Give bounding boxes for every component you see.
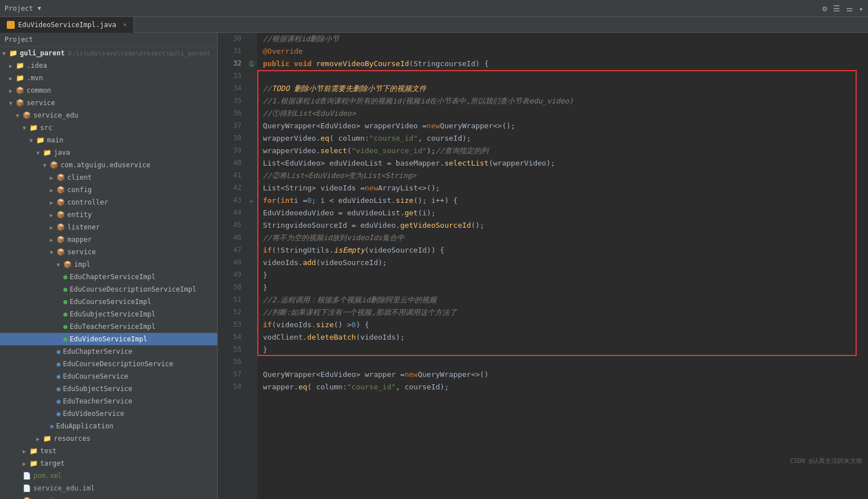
code-line-54: vodClient. deleteBatch (videoIds); [263, 331, 868, 344]
line-num: 35 [220, 95, 241, 107]
editor[interactable]: 30 31 32 33 34 35 36 37 38 39 40 41 42 4… [218, 33, 868, 499]
tree-item[interactable]: 📄 pom.xml [0, 470, 217, 482]
line-num: 42 [220, 182, 241, 194]
tree-item[interactable]: ● EduSubjectServiceImpl [0, 308, 217, 320]
tree-label: guli_parent [20, 49, 64, 57]
line-num: 56 [220, 356, 241, 368]
gutter-item [246, 83, 257, 95]
tree-item[interactable]: ▼ 📦 com.atguigu.eduservice [0, 159, 217, 171]
gutter-item [246, 244, 257, 257]
line-num: 55 [220, 344, 241, 356]
tree-label: client [67, 173, 92, 181]
tree-label: mapper [67, 236, 92, 244]
tree-item[interactable]: ◉ EduChapterService [0, 345, 217, 358]
tree-item[interactable]: ▶ 📦 listener [0, 221, 217, 233]
line-num: 30 [220, 33, 241, 45]
gutter-item [246, 107, 257, 120]
project-label[interactable]: Project [5, 5, 33, 12]
tree-item[interactable]: ● EduTeacherServiceImpl [0, 320, 217, 333]
code-line-45: String videoSourceId = eduVideo. getVide… [263, 219, 868, 232]
code-line-36: //①得到List<EduVideo> [263, 107, 868, 120]
gutter-item [246, 281, 257, 294]
tree-item[interactable]: ▶ 📦 controller [0, 196, 217, 209]
tab-label: EduVideoServiceImpl.java [18, 21, 116, 29]
tab-eduvideo[interactable]: EduVideoServiceImpl.java ✕ [0, 17, 134, 33]
title-bar-left: Project ▼ [5, 5, 41, 12]
gutter-item [246, 257, 257, 269]
tree-item[interactable]: ◉ EduCourseService [0, 370, 217, 383]
line-num: 57 [220, 368, 241, 381]
tree-label: resources [54, 435, 90, 442]
main-area: Project ▼ 📁 guli_parent D:\study\java\co… [0, 33, 868, 499]
line-num: 37 [220, 120, 241, 132]
tree-item[interactable]: ▼ 📁 src [0, 122, 217, 134]
tree-item[interactable]: ◆ EduApplication [0, 420, 217, 432]
code-line-39: wrapperVideo. select ( "video_source_id"… [263, 145, 868, 157]
tree-item[interactable]: ● EduChapterServiceImpl [0, 271, 217, 283]
line-num: 43 [220, 194, 241, 207]
tree-item[interactable]: ▶ 📁 resources [0, 432, 217, 445]
code-line-49: } [263, 269, 868, 281]
tree-label: common [27, 86, 51, 94]
title-bar: Project ▼ ⚙ ☰ ⚌ ✦ [0, 0, 868, 17]
gutter-item [246, 170, 257, 182]
tree-label: service_edu [33, 111, 78, 119]
line-numbers: 30 31 32 33 34 35 36 37 38 39 40 41 42 4… [218, 33, 246, 499]
gutter-item [246, 95, 257, 107]
tree-item[interactable]: ◉ EduCourseDescriptionService [0, 358, 217, 370]
tree-label: com.atguigu.eduservice [61, 161, 150, 169]
tree-label: .mvn [27, 74, 43, 82]
tree-item[interactable]: ▼ 📁 guli_parent D:\study\java\code\proje… [0, 47, 217, 59]
tree-item[interactable]: ▶ 📦 mapper [0, 233, 217, 246]
sidebar: Project ▼ 📁 guli_parent D:\study\java\co… [0, 33, 218, 499]
tree-item[interactable]: ◉ EduSubjectService [0, 383, 217, 395]
tree-item[interactable]: ▶ 📦 service_oss [0, 494, 217, 499]
tree-item[interactable]: ◉ EduTeacherService [0, 395, 217, 407]
tree-item[interactable]: ▼ 📦 service_edu [0, 109, 217, 122]
gutter-item [246, 132, 257, 145]
tree-item[interactable]: ▶ 📦 client [0, 171, 217, 184]
close-icon[interactable]: ✕ [123, 21, 127, 28]
tree-label: EduTeacherService [63, 397, 132, 405]
code-line-56 [263, 356, 868, 368]
code-line-55: } [263, 344, 868, 356]
tree-item[interactable]: ● EduCourseDescriptionServiceImpl [0, 283, 217, 296]
tree-item[interactable]: ▼ 📦 impl [0, 258, 217, 271]
split-icon[interactable]: ⚌ [846, 4, 853, 13]
tree-label: EduChapterService [63, 348, 132, 355]
tree-label: EduSubjectService [63, 385, 132, 393]
tree-item[interactable]: ▶ 📦 entity [0, 209, 217, 221]
tree-item[interactable]: ▶ 📦 common [0, 84, 217, 97]
gear-icon[interactable]: ✦ [859, 4, 863, 13]
tree-item[interactable]: ▼ 📁 java [0, 146, 217, 159]
tree-item[interactable]: ▶ 📁 target [0, 457, 217, 470]
code-line-41: //②将List<EduVideo>变为List<String> [263, 170, 868, 182]
sidebar-header: Project [0, 33, 217, 47]
line-num: 40 [220, 157, 241, 170]
settings-icon[interactable]: ⚙ [822, 4, 827, 13]
list-icon[interactable]: ☰ [833, 4, 840, 13]
watermark: CSDN @认真生活的灰太狼 [790, 457, 862, 465]
code-line-42: List < String > videoIds = new ArrayList… [263, 182, 868, 194]
tree-item[interactable]: ▼ 📦 service [0, 246, 217, 258]
tree-item-selected[interactable]: ● EduVideoServiceImpl [0, 333, 217, 345]
tree-item[interactable]: ● EduCourseServiceImpl [0, 296, 217, 308]
tree-label: EduApplication [56, 422, 113, 430]
line-num: 50 [220, 281, 241, 294]
tree-item[interactable]: ▶ 📁 .idea [0, 59, 217, 72]
tree-item[interactable]: ▶ 📁 test [0, 445, 217, 457]
tree-label: target [40, 459, 64, 467]
tree-item[interactable]: ▶ 📁 .mvn [0, 72, 217, 84]
tree-label: service [67, 248, 96, 256]
tree-label: EduChapterServiceImpl [70, 273, 156, 281]
tree-item-service[interactable]: ▼ 📦 service [0, 97, 217, 109]
tree-item[interactable]: 📄 service_edu.iml [0, 482, 217, 494]
line-num: 32 [220, 58, 241, 70]
tree-item[interactable]: ▼ 📁 main [0, 134, 217, 146]
tree-item[interactable]: ▶ 📦 config [0, 184, 217, 196]
sidebar-title: Project [5, 36, 33, 44]
gutter-item [246, 368, 257, 381]
chevron-down-icon[interactable]: ▼ [38, 5, 41, 11]
tree-item[interactable]: ◉ EduVideoService [0, 407, 217, 420]
code-line-34: //TODO 删除小节前需要先删除小节下的视频文件 [263, 83, 868, 95]
